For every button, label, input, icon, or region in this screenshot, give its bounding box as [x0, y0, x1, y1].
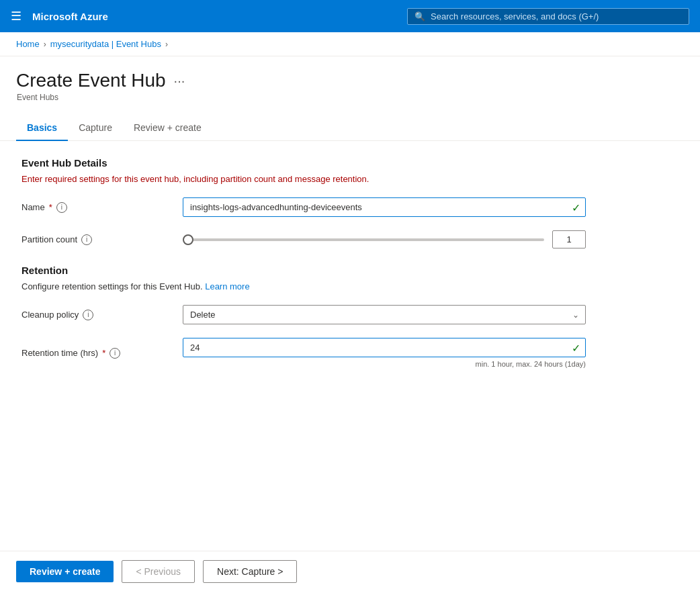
cleanup-dropdown[interactable]: Delete Compact Compact and Delete: [183, 305, 586, 324]
breadcrumb-sep1: ›: [44, 40, 46, 49]
search-bar: 🔍: [407, 8, 689, 25]
retention-desc: Configure retention settings for this Ev…: [21, 281, 679, 291]
partition-value-input[interactable]: [552, 230, 586, 248]
page-title: Create Event Hub: [16, 70, 166, 91]
brand-logo: Microsoft Azure: [32, 11, 396, 22]
search-input[interactable]: [431, 11, 682, 21]
previous-button[interactable]: < Previous: [122, 560, 195, 583]
retention-title: Retention: [21, 265, 679, 276]
tabs-container: Basics Capture Review + create: [0, 116, 700, 141]
event-hub-details-desc: Enter required settings for this event h…: [21, 174, 679, 184]
cleanup-row: Cleanup policy i Delete Compact Compact …: [21, 305, 679, 324]
tab-basics[interactable]: Basics: [16, 116, 68, 141]
name-check-icon: ✓: [572, 201, 580, 214]
cleanup-control: Delete Compact Compact and Delete ⌄: [183, 305, 586, 324]
next-button[interactable]: Next: Capture >: [203, 560, 297, 583]
search-icon: 🔍: [414, 11, 425, 21]
tab-capture[interactable]: Capture: [68, 116, 123, 141]
page-title-menu[interactable]: ···: [174, 73, 185, 89]
partition-label: Partition count i: [21, 234, 169, 245]
breadcrumb-parent[interactable]: mysecuritydata | Event Hubs: [50, 39, 161, 49]
review-create-button[interactable]: Review + create: [16, 561, 114, 582]
partition-info-icon[interactable]: i: [81, 234, 92, 245]
retention-time-input[interactable]: [183, 338, 586, 357]
name-control: ✓: [183, 197, 586, 217]
name-input[interactable]: [183, 197, 586, 217]
breadcrumb-home[interactable]: Home: [16, 39, 40, 49]
name-label: Name * i: [21, 202, 169, 213]
partition-row: Partition count i: [21, 230, 679, 248]
page-header: Create Event Hub ··· Event Hubs: [0, 56, 700, 102]
form-area: Event Hub Details Enter required setting…: [0, 141, 700, 398]
top-nav: ☰ Microsoft Azure 🔍: [0, 0, 700, 32]
event-hub-details-title: Event Hub Details: [21, 157, 679, 169]
retention-input-wrapper: ✓: [183, 338, 586, 357]
cleanup-dropdown-wrapper: Delete Compact Compact and Delete ⌄: [183, 305, 586, 324]
main-content: Create Event Hub ··· Event Hubs Basics C…: [0, 56, 700, 590]
breadcrumb-sep2: ›: [165, 40, 168, 49]
name-required: *: [49, 202, 52, 212]
retention-time-label: Retention time (hrs) * i: [21, 348, 169, 359]
partition-slider[interactable]: [183, 238, 544, 241]
retention-time-required: *: [102, 348, 105, 358]
name-input-wrapper: ✓: [183, 197, 586, 217]
retention-time-row: Retention time (hrs) * i ✓ min. 1 hour, …: [21, 338, 679, 368]
partition-control: [183, 230, 586, 248]
retention-time-info-icon[interactable]: i: [110, 348, 120, 359]
retention-time-control: ✓ min. 1 hour, max. 24 hours (1day): [183, 338, 586, 368]
partition-slider-wrapper: [183, 230, 586, 248]
page-subtitle: Event Hubs: [16, 93, 684, 102]
retention-check-icon: ✓: [572, 341, 580, 354]
cleanup-info-icon[interactable]: i: [83, 310, 93, 320]
retention-hint: min. 1 hour, max. 24 hours (1day): [183, 360, 586, 368]
hamburger-menu[interactable]: ☰: [11, 9, 21, 24]
name-info-icon[interactable]: i: [56, 202, 67, 213]
cleanup-label: Cleanup policy i: [21, 310, 169, 320]
page-title-row: Create Event Hub ···: [16, 70, 684, 91]
bottom-bar: Review + create < Previous Next: Capture…: [0, 551, 700, 590]
retention-section: Retention Configure retention settings f…: [21, 265, 679, 368]
tab-review-create[interactable]: Review + create: [123, 116, 212, 141]
breadcrumb: Home › mysecuritydata | Event Hubs ›: [0, 32, 700, 56]
name-row: Name * i ✓: [21, 197, 679, 217]
learn-more-link[interactable]: Learn more: [205, 281, 249, 291]
